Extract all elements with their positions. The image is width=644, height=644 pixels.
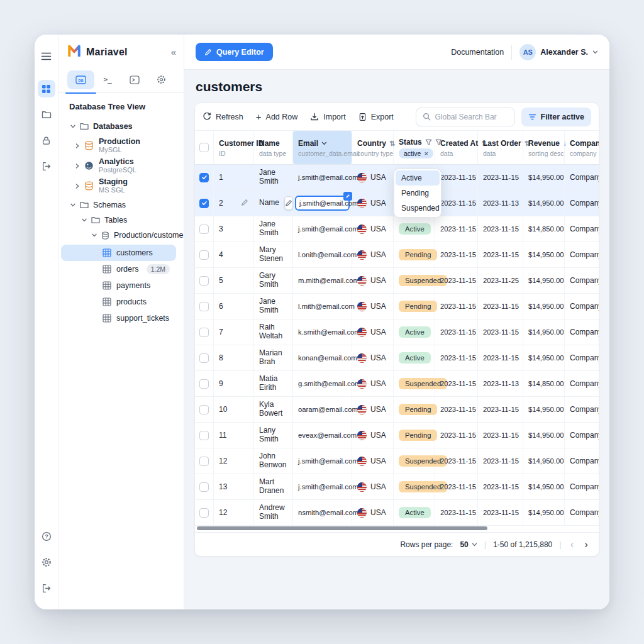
- status-option-suspended[interactable]: Suspended: [396, 201, 440, 216]
- folder-icon[interactable]: [38, 106, 55, 123]
- status-badge[interactable]: Pending: [399, 404, 437, 415]
- sidebar-table-item-support_tickets[interactable]: support_tickets: [61, 310, 176, 326]
- tree-node-schema-path[interactable]: Production/customer_data: [58, 228, 179, 243]
- column-header-name[interactable]: Name data type: [254, 131, 293, 164]
- connection-item[interactable]: AnalyticsPostgreSQL: [58, 157, 179, 174]
- cell-id: 10: [214, 397, 254, 422]
- cell-id: 9: [214, 371, 254, 396]
- tree-node-tables[interactable]: Tables: [58, 213, 179, 228]
- column-header-email[interactable]: Email customer_data.email: [293, 131, 352, 164]
- menu-icon[interactable]: [38, 47, 55, 65]
- scrollbar-thumb[interactable]: [197, 526, 487, 530]
- column-header-created[interactable]: Created At ⇅data: [435, 131, 478, 164]
- export-button[interactable]: Export: [358, 113, 394, 121]
- user-menu[interactable]: AS Alexander S.: [519, 44, 598, 60]
- connection-item[interactable]: ProductionMySGL: [58, 137, 179, 154]
- rows-per-page-select[interactable]: 50: [460, 540, 477, 549]
- status-badge[interactable]: Active: [399, 352, 431, 364]
- cell-last-order: 2023-11-15: [478, 448, 523, 474]
- email-edit-field[interactable]: j.smith@email.com: [295, 196, 350, 211]
- cell-company: Company: [565, 165, 599, 190]
- logout-icon[interactable]: [38, 157, 55, 175]
- sidebar-table-item-orders[interactable]: orders1.2M: [61, 261, 176, 277]
- prev-page-button[interactable]: ‹: [569, 539, 576, 550]
- import-button[interactable]: Import: [310, 113, 345, 121]
- column-header-company[interactable]: Company company: [565, 131, 599, 164]
- active-filter-chip[interactable]: active×: [399, 148, 433, 158]
- status-badge[interactable]: Pending: [399, 249, 437, 260]
- search-input[interactable]: [435, 113, 508, 121]
- filter-active-button[interactable]: Filter active: [521, 108, 591, 126]
- row-checkbox[interactable]: [199, 482, 209, 492]
- global-search[interactable]: [416, 108, 515, 126]
- lock-icon[interactable]: [38, 131, 55, 149]
- documentation-link[interactable]: Documentation: [451, 48, 504, 57]
- cell-id: 13: [214, 474, 254, 499]
- status-badge[interactable]: Pending: [399, 430, 437, 441]
- edit-pencil-icon[interactable]: [241, 199, 248, 208]
- row-checkbox[interactable]: [199, 173, 209, 182]
- usa-flag-icon: [357, 276, 367, 286]
- refresh-button[interactable]: Refresh: [203, 113, 243, 121]
- cell-name: Kyla Bowert: [254, 397, 293, 422]
- column-header-last_order[interactable]: Last Order ⇅data: [478, 131, 523, 164]
- column-header-revenue[interactable]: Revenue ↓sorting desc: [523, 131, 565, 164]
- status-badge[interactable]: Active: [399, 507, 431, 518]
- column-header-id[interactable]: Customer ID ID: [214, 131, 254, 164]
- cell-company: Company: [565, 242, 599, 267]
- cell-last-order: 2023-11-13: [478, 371, 523, 396]
- tab-database[interactable]: DB: [67, 70, 94, 89]
- settings-gear-icon[interactable]: [38, 553, 55, 571]
- tree-node-schemas[interactable]: Schemas: [58, 197, 179, 213]
- connection-item[interactable]: StagingMS SGL: [58, 177, 179, 194]
- tab-settings[interactable]: [148, 70, 175, 89]
- row-checkbox[interactable]: [199, 328, 209, 337]
- next-page-button[interactable]: ›: [582, 539, 590, 550]
- help-icon[interactable]: ?: [38, 528, 55, 545]
- cell-last-order: 2023-11-25: [478, 268, 523, 293]
- cell-created-at: 2023-11-15: [435, 294, 478, 319]
- edit-name-button[interactable]: [284, 196, 293, 210]
- query-editor-button[interactable]: Query Editor: [196, 43, 273, 61]
- divider: |: [484, 540, 486, 549]
- cell-revenue: $14,850.00: [523, 371, 565, 396]
- cell-name: Gary Smith: [254, 268, 293, 293]
- cell-name: Andrew Smith: [254, 500, 293, 525]
- sidebar-table-item-customers[interactable]: customers: [61, 245, 176, 261]
- row-checkbox[interactable]: [199, 276, 209, 286]
- cell-country: USA: [352, 268, 394, 293]
- signout-icon[interactable]: [38, 579, 55, 597]
- status-option-active[interactable]: Active: [396, 170, 440, 186]
- row-checkbox[interactable]: [199, 431, 209, 440]
- status-badge[interactable]: Pending: [399, 301, 437, 312]
- status-badge[interactable]: Active: [399, 223, 431, 235]
- table-row: 11Lany Smitheveax@email.comUSAPending202…: [195, 423, 599, 448]
- row-checkbox[interactable]: [199, 405, 209, 414]
- row-checkbox[interactable]: [199, 457, 209, 466]
- select-all-checkbox[interactable]: [199, 143, 209, 152]
- column-header-country[interactable]: Country ⇅country type: [352, 131, 394, 164]
- row-checkbox[interactable]: [199, 508, 209, 518]
- row-checkbox[interactable]: [199, 353, 209, 363]
- row-checkbox[interactable]: [199, 199, 209, 208]
- column-header-status[interactable]: Status active×: [394, 131, 435, 164]
- row-checkbox[interactable]: [199, 250, 209, 260]
- status-option-pending[interactable]: Pending: [396, 186, 440, 201]
- row-checkbox[interactable]: [199, 302, 209, 311]
- apps-grid-icon[interactable]: [38, 80, 55, 97]
- sidebar-collapse-button[interactable]: «: [171, 47, 176, 57]
- row-checkbox[interactable]: [199, 225, 209, 234]
- tab-terminal[interactable]: >_: [94, 70, 121, 89]
- row-checkbox[interactable]: [199, 379, 209, 389]
- sidebar-table-item-payments[interactable]: payments: [61, 277, 176, 294]
- usa-flag-icon: [357, 405, 367, 414]
- tab-console[interactable]: [121, 70, 148, 89]
- cell-name: Mary Stenen: [254, 242, 293, 267]
- add-row-button[interactable]: + Add Row: [256, 112, 298, 121]
- cell-company: Company: [565, 345, 599, 370]
- table-grid-icon: [103, 297, 111, 306]
- table-grid-icon: [103, 248, 111, 257]
- sidebar-table-item-products[interactable]: products: [61, 294, 176, 310]
- tree-node-databases[interactable]: Databases: [58, 119, 179, 134]
- status-badge[interactable]: Active: [399, 326, 431, 338]
